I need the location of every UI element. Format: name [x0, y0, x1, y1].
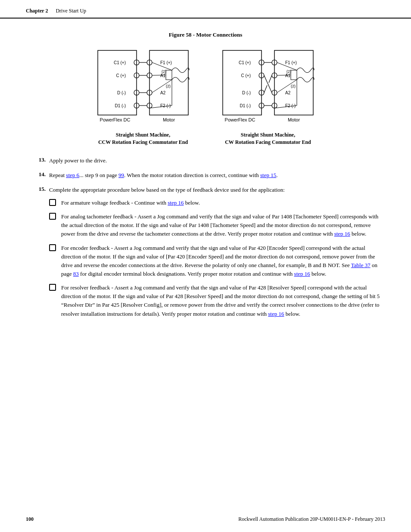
diagram-left-caption: Straight Shunt Machine, CCW Rotation Fac… — [98, 131, 188, 146]
diagram-left-svg: PowerFlex DC Motor C1 (+) C (+) D (-) D1… — [93, 46, 193, 128]
bullet-3-text: For encoder feedback - Assert a Jog comm… — [61, 244, 385, 279]
step16-link-1[interactable]: step 16 — [168, 199, 184, 206]
diagram-left: PowerFlex DC Motor C1 (+) C (+) D (-) D1… — [93, 46, 193, 146]
bullet-4-text: For resolver feedback - Assert a Jog com… — [61, 283, 385, 318]
step-14: 14. Repeat step 6... step 9 on page 99. … — [26, 171, 385, 180]
page-footer: 100 Rockwell Automation Publication 20P-… — [0, 516, 411, 523]
svg-text:A1: A1 — [160, 73, 166, 78]
svg-text:(2): (2) — [162, 69, 166, 74]
bullet-list: For armature voltage feedback - Continue… — [49, 199, 385, 318]
svg-text:Motor: Motor — [163, 117, 175, 122]
figure-title: Figure 58 - Motor Connections — [26, 31, 385, 38]
checkbox-icon-4 — [49, 284, 56, 291]
page-content: Figure 58 - Motor Connections PowerFlex … — [0, 19, 411, 342]
svg-text:A1: A1 — [285, 73, 291, 78]
svg-text:C1 (+): C1 (+) — [239, 60, 251, 65]
diagram-right-svg: PowerFlex DC Motor C1 (+) C (+) D (-) D1… — [218, 46, 318, 128]
svg-text:C (+): C (+) — [116, 73, 126, 78]
step15-link[interactable]: step 15 — [260, 172, 276, 178]
svg-text:D (-): D (-) — [242, 90, 251, 95]
svg-line-59 — [269, 75, 272, 83]
svg-text:Motor: Motor — [288, 117, 300, 122]
svg-text:D (-): D (-) — [117, 90, 126, 95]
bullet-2-text: For analog tachometer feedback - Assert … — [61, 212, 385, 238]
diagrams-row: PowerFlex DC Motor C1 (+) C (+) D (-) D1… — [26, 46, 385, 146]
bullet-3: For encoder feedback - Assert a Jog comm… — [49, 244, 385, 279]
svg-text:D1 (-): D1 (-) — [240, 103, 251, 108]
diagram-right-caption: Straight Shunt Machine, CW Rotation Faci… — [225, 131, 311, 146]
svg-text:(2): (2) — [286, 69, 291, 74]
step-13-content: Apply power to the drive. — [49, 156, 385, 165]
svg-text:(2): (2) — [291, 84, 296, 88]
table37-link[interactable]: Table 37 — [351, 262, 371, 268]
step-13-number: 13. — [26, 156, 46, 163]
step16-link-3[interactable]: step 16 — [294, 271, 310, 277]
svg-text:D1 (-): D1 (-) — [115, 103, 126, 108]
step6-link[interactable]: step 6 — [66, 172, 79, 178]
checkbox-icon-2 — [49, 213, 56, 220]
diagram-right: PowerFlex DC Motor C1 (+) C (+) D (-) D1… — [218, 46, 318, 146]
step-13: 13. Apply power to the drive. — [26, 156, 385, 165]
svg-text:PowerFlex DC: PowerFlex DC — [100, 117, 131, 122]
svg-text:C1 (+): C1 (+) — [114, 60, 126, 65]
checkbox-icon-1 — [49, 199, 56, 206]
bullet-4: For resolver feedback - Assert a Jog com… — [49, 283, 385, 318]
checkbox-icon-3 — [49, 244, 56, 251]
page99-link[interactable]: 99 — [118, 172, 124, 178]
step-14-number: 14. — [26, 171, 46, 178]
svg-text:F1 (+): F1 (+) — [160, 60, 172, 65]
steps-section: 13. Apply power to the drive. 14. Repeat… — [26, 156, 385, 324]
bullet-1: For armature voltage feedback - Continue… — [49, 199, 385, 207]
page-header: Chapter 2 Drive Start Up — [0, 0, 411, 19]
header-title: Drive Start Up — [56, 8, 86, 14]
footer-page-number: 100 — [26, 516, 34, 523]
svg-rect-17 — [166, 70, 172, 80]
svg-text:A2: A2 — [160, 90, 166, 95]
page83-link[interactable]: 83 — [73, 271, 79, 277]
svg-text:C (+): C (+) — [241, 73, 251, 78]
step-15-content: Complete the appropriate procedure below… — [49, 186, 385, 324]
step-15-number: 15. — [26, 186, 46, 193]
bullet-2: For analog tachometer feedback - Assert … — [49, 212, 385, 238]
page: Chapter 2 Drive Start Up Figure 58 - Mot… — [0, 0, 411, 532]
step16-link-4[interactable]: step 16 — [268, 311, 284, 317]
step-15: 15. Complete the appropriate procedure b… — [26, 186, 385, 324]
svg-text:F1 (+): F1 (+) — [285, 60, 297, 65]
svg-text:PowerFlex DC: PowerFlex DC — [225, 117, 255, 122]
svg-text:(2): (2) — [166, 84, 171, 88]
svg-text:A2: A2 — [285, 90, 291, 95]
step16-link-2[interactable]: step 16 — [334, 230, 350, 237]
chapter-label: Chapter 2 — [26, 8, 48, 14]
svg-line-58 — [264, 85, 267, 93]
footer-publication: Rockwell Automation Publication 20P-UM00… — [238, 516, 385, 523]
svg-rect-49 — [291, 70, 297, 80]
bullet-1-text: For armature voltage feedback - Continue… — [61, 199, 385, 207]
step-14-content: Repeat step 6... step 9 on page 99. When… — [49, 171, 385, 180]
